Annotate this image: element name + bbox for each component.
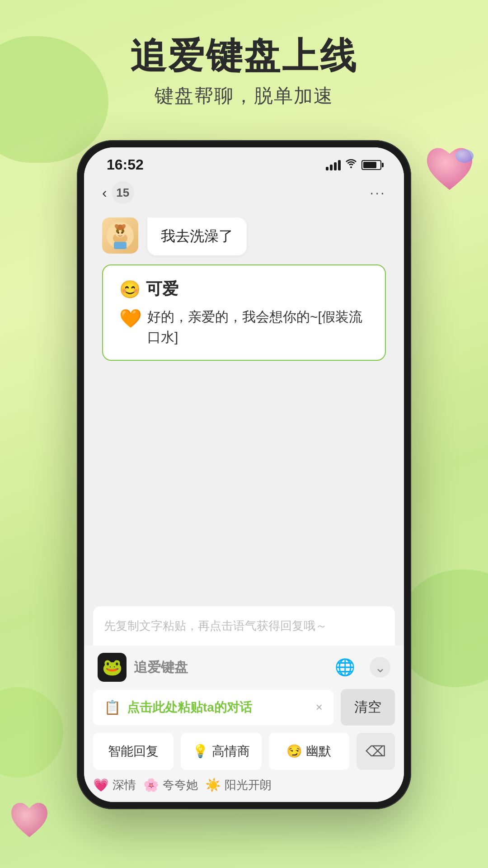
decorative-blob-br bbox=[398, 570, 488, 687]
paste-row: 📋 点击此处粘贴ta的对话 × 清空 bbox=[93, 689, 395, 726]
tag-deep-love[interactable]: 💗 深情 bbox=[93, 777, 136, 793]
action-buttons-row: 智能回复 💡 高情商 😏 幽默 ⌫ bbox=[93, 733, 395, 770]
paste-chip[interactable]: 📋 点击此处粘贴ta的对话 × bbox=[93, 690, 333, 725]
svg-point-9 bbox=[115, 224, 118, 228]
wifi-icon bbox=[345, 159, 357, 171]
high-eq-label: 高情商 bbox=[212, 744, 250, 758]
tags-row: 💗 深情 🌸 夸夸她 ☀️ 阳光开朗 bbox=[93, 777, 395, 793]
tag3-emoji: ☀️ bbox=[205, 778, 221, 793]
input-placeholder[interactable]: 先复制文字粘贴，再点击语气获得回复哦～ bbox=[104, 613, 384, 638]
keyboard-brand-name: 追爱键盘 bbox=[134, 658, 328, 677]
keyboard-chevron-icon[interactable]: ⌄ bbox=[370, 657, 390, 678]
input-bar: 先复制文字粘贴，再点击语气获得回复哦～ bbox=[93, 606, 395, 646]
svg-rect-11 bbox=[114, 242, 127, 249]
nav-bar: ‹ 15 ··· bbox=[84, 177, 404, 208]
status-bar: 16:52 bbox=[84, 147, 404, 177]
decorative-blob-bl bbox=[0, 687, 63, 778]
phone-frame: 16:52 bbox=[77, 140, 411, 809]
suggestion-card[interactable]: 😊 可爱 🧡 好的，亲爱的，我会想你的~[假装流口水] bbox=[102, 264, 386, 361]
phone-screen: 16:52 bbox=[84, 147, 404, 802]
humor-button[interactable]: 😏 幽默 bbox=[269, 733, 349, 770]
backspace-icon: ⌫ bbox=[366, 743, 386, 760]
back-chevron-icon: ‹ bbox=[102, 184, 107, 201]
suggestion-header-text: 可爱 bbox=[146, 278, 178, 300]
suggestion-body-text: 好的，亲爱的，我会想你的~[假装流口水] bbox=[147, 307, 369, 347]
suggestion-emoji-icon: 😊 bbox=[119, 279, 141, 299]
status-time: 16:52 bbox=[107, 156, 144, 173]
paste-text: 点击此处粘贴ta的对话 bbox=[127, 699, 310, 716]
keyboard-logo-emoji: 🐸 bbox=[102, 658, 122, 677]
tag3-label: 阳光开朗 bbox=[225, 777, 272, 793]
avatar bbox=[102, 217, 138, 254]
svg-point-0 bbox=[455, 149, 474, 163]
tag2-emoji: 🌸 bbox=[143, 778, 159, 793]
chat-message-received: 我去洗澡了 bbox=[102, 217, 386, 255]
tag1-emoji: 💗 bbox=[93, 778, 109, 793]
heart-decoration-left bbox=[9, 800, 54, 841]
tag-compliment[interactable]: 🌸 夸夸她 bbox=[143, 777, 198, 793]
backspace-button[interactable]: ⌫ bbox=[357, 733, 395, 770]
back-button[interactable]: ‹ 15 bbox=[102, 181, 134, 204]
keyboard-logo: 🐸 bbox=[98, 653, 127, 682]
paste-close-icon[interactable]: × bbox=[316, 700, 323, 714]
status-icons bbox=[326, 159, 381, 171]
signal-icon bbox=[326, 160, 341, 170]
phone-mockup: 16:52 bbox=[77, 140, 411, 809]
tag2-label: 夸夸她 bbox=[163, 777, 198, 793]
keyboard-header: 🐸 追爱键盘 🌐 ⌄ bbox=[93, 646, 395, 689]
svg-point-6 bbox=[117, 232, 119, 234]
suggestion-body-icon: 🧡 bbox=[119, 305, 142, 332]
humor-emoji: 😏 bbox=[286, 744, 302, 758]
heart-decoration-right bbox=[425, 145, 479, 194]
nav-badge: 15 bbox=[112, 181, 134, 204]
high-eq-emoji: 💡 bbox=[192, 744, 208, 758]
nav-more-button[interactable]: ··· bbox=[370, 184, 386, 201]
high-eq-button[interactable]: 💡 高情商 bbox=[181, 733, 261, 770]
battery-icon bbox=[361, 160, 381, 170]
chat-area: 我去洗澡了 😊 可爱 🧡 好的，亲爱的，我会想你的~[假装流口水] bbox=[84, 208, 404, 606]
paste-icon: 📋 bbox=[104, 699, 121, 715]
tag-sunny[interactable]: ☀️ 阳光开朗 bbox=[205, 777, 272, 793]
received-message-bubble: 我去洗澡了 bbox=[147, 217, 247, 255]
svg-point-7 bbox=[121, 232, 123, 234]
smart-reply-button[interactable]: 智能回复 bbox=[93, 733, 174, 770]
globe-icon[interactable]: 🌐 bbox=[335, 658, 355, 677]
suggestion-body: 🧡 好的，亲爱的，我会想你的~[假装流口水] bbox=[119, 307, 369, 347]
keyboard-area: 🐸 追爱键盘 🌐 ⌄ 📋 点击此处粘贴ta的对话 × bbox=[84, 646, 404, 802]
svg-point-10 bbox=[122, 224, 126, 228]
humor-label: 幽默 bbox=[306, 744, 331, 758]
clear-button[interactable]: 清空 bbox=[341, 689, 395, 726]
tag1-label: 深情 bbox=[113, 777, 136, 793]
suggestion-header: 😊 可爱 bbox=[119, 278, 369, 300]
